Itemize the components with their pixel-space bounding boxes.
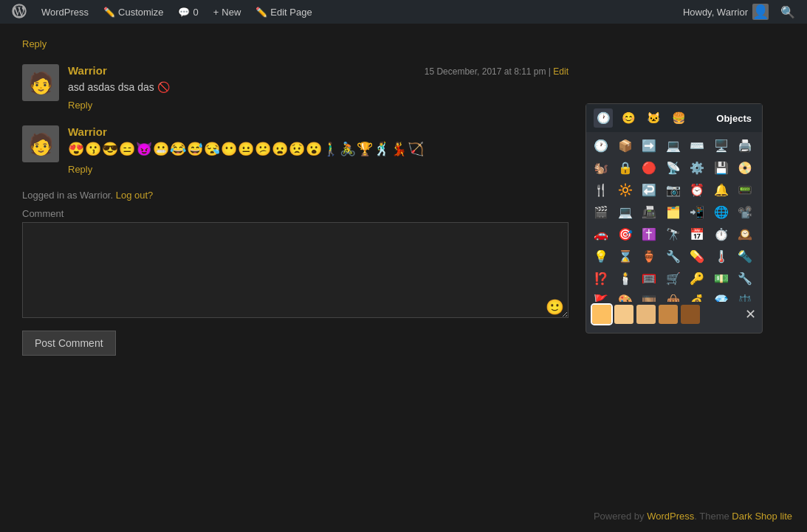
emoji-cell[interactable]: 🕐: [591, 135, 611, 156]
comment-1-text: asd asdas dsa das 🚫: [68, 81, 569, 93]
emoji-cell[interactable]: 📽️: [735, 201, 755, 222]
emoji-cell[interactable]: 📲: [687, 201, 707, 222]
comment-2-reply[interactable]: Reply: [68, 164, 92, 175]
wp-logo-icon: [12, 4, 27, 21]
comments-icon: 💬: [178, 7, 190, 18]
emoji-cell[interactable]: ⌨️: [687, 135, 707, 156]
customize-link[interactable]: ✏️ Customize: [97, 0, 169, 24]
new-content-link[interactable]: + New: [207, 0, 247, 24]
emoji-cell[interactable]: 🥅: [639, 268, 659, 289]
customize-label: Customize: [118, 7, 163, 18]
logged-in-text: Logged in as Warrior. Log out?: [22, 190, 569, 201]
cat-food[interactable]: 🍔: [669, 108, 688, 128]
emoji-cell[interactable]: 🖥️: [711, 135, 732, 156]
emoji-cell[interactable]: 🍴: [591, 179, 611, 200]
emoji-cell[interactable]: 🔧: [663, 246, 684, 266]
emoji-cell[interactable]: 🎯: [615, 224, 636, 244]
comments-link[interactable]: 💬 0: [172, 0, 204, 24]
emoji-cell[interactable]: 🚗: [591, 224, 611, 244]
edit-page-link[interactable]: ✏️ Edit Page: [250, 0, 317, 24]
howdy-section[interactable]: Howdy, Warrior 👤: [677, 4, 775, 20]
emoji-cell[interactable]: 🕰️: [735, 224, 755, 244]
comment-1-reply[interactable]: Reply: [68, 100, 92, 111]
emoji-cell[interactable]: ⚙️: [687, 157, 707, 178]
emoji-cell[interactable]: 💵: [711, 268, 732, 289]
close-picker-button[interactable]: ✕: [745, 308, 756, 321]
main-content: Reply 🧑 Warrior 15 December, 2017 at 8:1…: [0, 24, 591, 370]
cat-smileys[interactable]: 😊: [619, 108, 638, 128]
emoji-cell[interactable]: 📷: [663, 179, 684, 200]
cat-animals[interactable]: 🐱: [644, 108, 663, 128]
powered-by-text: Powered by: [594, 511, 645, 522]
emoji-cell[interactable]: ➡️: [639, 135, 659, 156]
emoji-cell[interactable]: 🌐: [711, 201, 732, 222]
comment-1-author: Warrior: [68, 64, 107, 77]
emoji-cell[interactable]: 🔧: [735, 268, 755, 289]
post-comment-button[interactable]: Post Comment: [22, 331, 116, 356]
logout-link[interactable]: Log out?: [116, 190, 154, 201]
emoji-cell[interactable]: ⁉️: [591, 268, 611, 289]
emoji-cell[interactable]: 📀: [735, 157, 755, 178]
admin-bar-right: Howdy, Warrior 👤 🔍: [677, 0, 801, 24]
emoji-cell[interactable]: 💻: [615, 201, 636, 222]
emoji-picker-header: 🕐 😊 🐱 🍔 Objects: [586, 104, 762, 132]
wordpress-link[interactable]: WordPress: [647, 511, 694, 522]
emoji-cell[interactable]: 💡: [591, 246, 611, 266]
skin-tone-4[interactable]: [659, 305, 678, 324]
comment-textarea[interactable]: [22, 222, 569, 318]
emoji-cell[interactable]: 🔒: [615, 157, 636, 178]
emoji-cell[interactable]: 📠: [639, 201, 659, 222]
skin-tone-3[interactable]: [636, 305, 656, 324]
emoji-cell[interactable]: 🎞️: [639, 290, 659, 302]
emoji-cell[interactable]: 📡: [663, 157, 684, 178]
comment-label: Comment: [22, 208, 569, 219]
emoji-cell[interactable]: 🐿️: [591, 157, 611, 178]
emoji-cell[interactable]: 🖨️: [735, 135, 755, 156]
wp-logo-item[interactable]: [6, 0, 32, 24]
emoji-cell[interactable]: 🔭: [663, 224, 684, 244]
emoji-cell[interactable]: 🔦: [735, 246, 755, 266]
emoji-cell[interactable]: 🔔: [711, 179, 732, 200]
emoji-cell[interactable]: 📟: [735, 179, 755, 200]
emoji-cell[interactable]: ✝️: [639, 224, 659, 244]
reply-top-link[interactable]: Reply: [22, 38, 569, 49]
wordpress-site-link[interactable]: WordPress: [35, 0, 95, 24]
emoji-cell[interactable]: 🔴: [639, 157, 659, 178]
new-label: New: [222, 7, 241, 18]
search-button[interactable]: 🔍: [775, 0, 801, 24]
emoji-cell[interactable]: ⏱️: [711, 224, 732, 244]
emoji-cell[interactable]: 💻: [663, 135, 684, 156]
emoji-cell[interactable]: 🗂️: [663, 201, 684, 222]
comment-1-edit-link[interactable]: Edit: [553, 66, 569, 77]
comment-1: 🧑 Warrior 15 December, 2017 at 8:11 pm |…: [22, 64, 569, 111]
emoji-cell[interactable]: ⚖️: [735, 290, 755, 302]
emoji-cell[interactable]: 🔑: [687, 268, 707, 289]
skin-tone-5[interactable]: [681, 305, 700, 324]
emoji-cell[interactable]: 🔆: [615, 179, 636, 200]
edit-icon: ✏️: [255, 7, 267, 18]
emoji-cell[interactable]: ⏰: [687, 179, 707, 200]
emoji-cell[interactable]: 🏺: [639, 246, 659, 266]
customize-icon: ✏️: [103, 7, 115, 18]
comment-2-body: Warrior 😍😗😎😑😈😬😂😅😪😶😐😕😦😟😮🚶‍♂️🚴🏆🕺💃🏹 Reply: [68, 125, 569, 175]
emoji-cell[interactable]: ↩️: [639, 179, 659, 200]
emoji-cell[interactable]: 💎: [711, 290, 732, 302]
emoji-cell[interactable]: 💊: [687, 246, 707, 266]
comment-1-avatar: 🧑: [22, 64, 59, 101]
emoji-cell[interactable]: 🎨: [615, 290, 636, 302]
emoji-cell[interactable]: 🛒: [663, 268, 684, 289]
emoji-cell[interactable]: 👜: [663, 290, 684, 302]
emoji-cell[interactable]: 💾: [711, 157, 732, 178]
emoji-cell[interactable]: 🎬: [591, 201, 611, 222]
emoji-cell[interactable]: 📦: [615, 135, 636, 156]
cat-objects[interactable]: 🕐: [594, 108, 613, 128]
emoji-cell[interactable]: 💰: [687, 290, 707, 302]
emoji-cell[interactable]: 📅: [687, 224, 707, 244]
skin-tone-1[interactable]: [592, 305, 611, 324]
emoji-picker-trigger[interactable]: 🙂: [546, 298, 564, 316]
skin-tone-2[interactable]: [614, 305, 633, 324]
emoji-cell[interactable]: 🚩: [591, 290, 611, 302]
emoji-cell[interactable]: 🌡️: [711, 246, 732, 266]
emoji-cell[interactable]: 🕯️: [615, 268, 636, 289]
emoji-cell[interactable]: ⌛: [615, 246, 636, 266]
